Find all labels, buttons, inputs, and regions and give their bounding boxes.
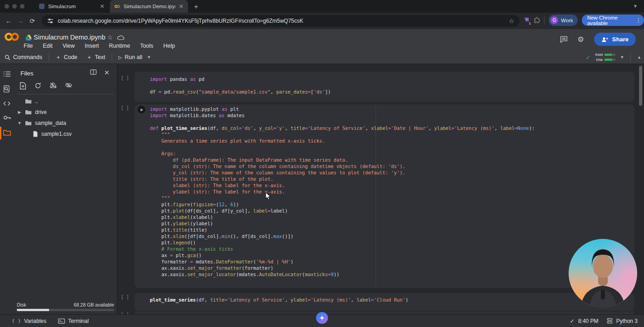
commands-button[interactable]: Commands [0,54,47,60]
menu-view[interactable]: View [63,43,75,49]
back-icon[interactable]: ← [3,17,15,25]
notebook-title[interactable]: Simulacrum Demo.ipynb [34,34,105,41]
play-outline-icon: ▷ [119,55,122,60]
menu-insert[interactable]: Insert [85,43,99,49]
site-info-icon[interactable] [47,18,54,24]
code-cell-1[interactable]: import pandas as pd df = pd.read_csv("sa… [134,72,634,102]
terminal-button[interactable]: Terminal [58,318,89,324]
folder-icon [25,99,32,104]
profile-chip[interactable]: G Work [549,15,578,26]
browser-tab-simulacrum[interactable]: Simulacrum ✕ [35,0,109,13]
chrome-update-button[interactable]: New Chrome available ⋮ [582,15,644,26]
tab-search-icon[interactable]: ▼ [633,4,638,9]
last-saved-time: 8:40 PM [578,318,599,324]
chevron-down-icon[interactable]: ▼ [17,121,22,125]
notebook-toolbar: Commands ＋ Code ＋ Text ▷ Run all ▼ ✓ RAM… [0,51,644,64]
kernel-name[interactable]: Python 3 [616,318,638,324]
kebab-menu-icon[interactable]: ⋮ [636,17,641,24]
tab-favicon [39,4,45,9]
divider [49,54,49,61]
tree-item-drive[interactable]: ▶ drive [14,107,117,118]
secrets-key-icon[interactable] [3,115,11,120]
files-folder-icon[interactable] [3,129,11,136]
address-bar[interactable]: colab.research.google.com/drive/1PyWApyF… [42,15,520,27]
avatar: G [550,16,558,24]
share-people-icon [601,37,609,42]
comments-icon[interactable] [560,36,568,43]
tree-item-parent-dir[interactable]: .. [14,96,117,107]
share-button[interactable]: Share [594,33,636,46]
menubar: File Edit View Insert Runtime Tools Help [24,43,175,49]
tree-item-sample-data[interactable]: ▼ sample_data [14,118,117,129]
star-notebook-icon[interactable]: ☆ [107,34,113,41]
menu-edit[interactable]: Edit [43,43,53,49]
tab-title: Simulacrum [48,4,96,9]
ram-bar [604,54,615,56]
code-cell-2[interactable]: import matplotlib.pyplot as pltimport ma… [134,104,634,288]
saved-check-icon: ✓ [570,318,575,324]
hidden-files-eye-icon[interactable] [65,82,72,88]
extensions-icon[interactable] [534,17,540,24]
mount-drive-icon[interactable] [50,82,57,89]
cloud-save-icon[interactable] [117,35,124,40]
cell-run-gutter[interactable]: [ ] [121,294,133,299]
browser-tab-colab[interactable]: Simulacrum Demo.ipynb - Co ✕ [110,0,188,13]
colab-logo [4,32,20,42]
profile-name: Work [561,18,573,23]
menu-file[interactable]: File [24,43,33,49]
add-code-button[interactable]: ＋ Code [51,54,82,61]
close-tab-icon[interactable]: ✕ [100,3,104,10]
menu-runtime[interactable]: Runtime [109,43,130,49]
cell-code[interactable]: import matplotlib.pyplot as pltimport ma… [134,104,634,277]
code-cell-3[interactable]: plot_time_series(df, title='Latency of S… [134,293,634,311]
code-snippets-icon[interactable] [3,101,10,106]
reload-icon[interactable]: ⟳ [26,17,38,25]
variables-button[interactable]: ( ) Variables [12,318,46,324]
chevron-right-icon[interactable]: ▶ [17,110,22,114]
close-window-icon[interactable] [5,4,9,9]
cell-code[interactable]: plot_time_series(df, title='Latency of S… [134,293,634,303]
disk-bar [604,59,615,61]
tree-item-sample1-csv[interactable]: sample1.csv [14,129,117,139]
gemini-spark-button[interactable] [316,312,328,324]
drive-icon [25,35,32,40]
cell-run-gutter[interactable]: [ ] [121,105,133,110]
files-panel-title: Files [20,70,34,77]
close-panel-icon[interactable]: ✕ [104,69,109,76]
cell-run-gutter[interactable]: [ ] [121,75,133,80]
divider [17,94,114,94]
divider [630,54,631,61]
maximize-window-icon[interactable] [20,4,25,9]
open-in-new-tab-icon[interactable] [90,69,97,75]
webcam-overlay [569,239,637,307]
left-icon-rail [0,64,14,314]
divider [544,16,545,25]
forward-icon[interactable]: → [15,17,26,25]
menu-help[interactable]: Help [163,43,175,49]
settings-gear-icon[interactable]: ⚙ [578,35,584,44]
table-of-contents-icon[interactable] [3,71,10,77]
resource-monitor[interactable]: RAM Disk [595,53,615,62]
close-tab-icon[interactable]: ✕ [179,3,183,10]
upload-file-icon[interactable] [20,82,26,89]
spark-icon [319,315,325,321]
colab-header: Simulacrum Demo.ipynb ☆ File Edit View I… [0,29,644,51]
profile-badge-icon[interactable]: 1 [523,17,530,24]
refresh-icon[interactable] [35,82,41,89]
scrollbar-thumb[interactable] [639,66,642,106]
disk-label: Disk [17,302,26,307]
menu-tools[interactable]: Tools [140,43,153,49]
collapse-header-icon[interactable]: ▲ [637,55,641,59]
add-text-button[interactable]: ＋ Text [82,54,109,61]
bookmark-star-icon[interactable]: ☆ [509,18,514,25]
minimize-window-icon[interactable] [12,4,17,9]
chevron-down-icon[interactable]: ▼ [620,55,624,59]
search-icon [5,54,10,60]
run-all-button[interactable]: ▷ Run all ▼ [114,54,156,60]
find-replace-icon[interactable] [3,85,10,93]
cell-code[interactable]: import pandas as pd df = pd.read_csv("sa… [134,72,634,95]
new-tab-button[interactable]: ＋ [193,2,199,11]
disk-available: 68.28 GB available [74,302,114,307]
chevron-down-icon[interactable]: ▼ [147,55,151,59]
macos-window-controls[interactable] [5,4,25,9]
